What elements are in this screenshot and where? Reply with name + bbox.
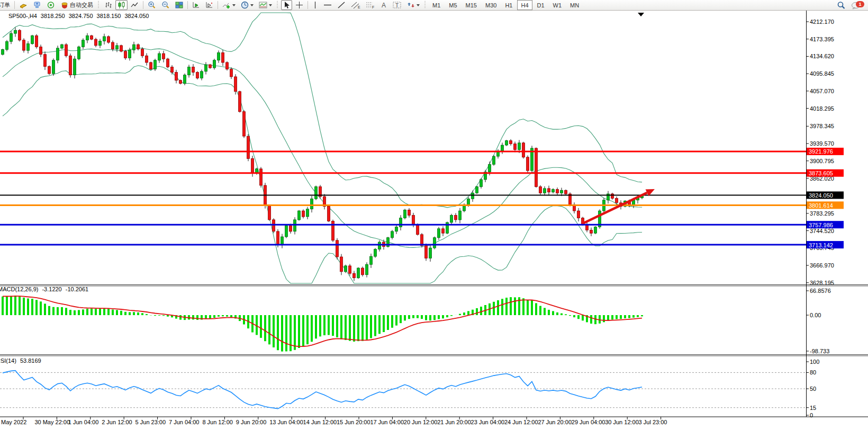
candle-body: [565, 190, 567, 194]
signals-button[interactable]: [44, 0, 57, 10]
drag-handle[interactable]: [424, 1, 427, 9]
price-tick-label: 3666.970: [810, 262, 834, 269]
periods-button[interactable]: [239, 0, 256, 10]
indicators-button[interactable]: [220, 0, 238, 10]
horizontal-line-button[interactable]: [321, 0, 334, 10]
timeframe-group: M1M5M15M30H1H4D1W1MN: [428, 0, 583, 10]
candle-body: [472, 193, 474, 199]
templates-button[interactable]: [257, 0, 274, 10]
cursor-button[interactable]: [281, 0, 292, 10]
candle-body: [150, 62, 152, 69]
candle-body: [353, 273, 356, 278]
candle-body: [201, 72, 203, 78]
drag-handle[interactable]: [97, 1, 100, 9]
candle-body: [222, 52, 224, 62]
search-button[interactable]: [835, 0, 848, 10]
zoom-out-button[interactable]: [159, 0, 172, 10]
candle-body: [234, 77, 237, 92]
time-axis-label: 13 Jun 04:00: [269, 419, 303, 425]
new-order-button[interactable]: [17, 0, 30, 10]
price-tick-label: 4018.295: [810, 105, 834, 112]
drag-handle[interactable]: [276, 1, 279, 9]
timeframe-button-H1[interactable]: H1: [501, 0, 516, 10]
candle-body: [146, 56, 148, 62]
candle-body: [285, 226, 288, 237]
time-axis-label: 17 Jun 04:00: [370, 419, 404, 425]
zoom-in-icon: [148, 1, 156, 9]
tile-windows-button[interactable]: [173, 0, 185, 10]
candle-body: [433, 238, 436, 248]
timeframe-button-M5[interactable]: M5: [445, 0, 460, 10]
clock-icon: [241, 1, 249, 9]
timeframe-button-D1[interactable]: D1: [534, 0, 548, 10]
price-line-label: 3713.142: [809, 242, 833, 248]
price-line-label: 3757.986: [809, 222, 833, 228]
symbol-period-label: SP500-,H4: [8, 13, 37, 19]
orders-button[interactable]: 订单: [0, 0, 12, 10]
candle-body: [556, 190, 559, 193]
candle-body: [361, 268, 364, 275]
price-tick-label: 4212.170: [810, 19, 834, 25]
trendline-icon: [337, 1, 346, 9]
candle-body: [417, 224, 419, 234]
timeframe-button-M1[interactable]: M1: [429, 0, 444, 10]
separator: [143, 1, 143, 9]
text-label-button[interactable]: T: [391, 0, 404, 10]
candle-body: [230, 69, 233, 77]
price-tick-label: 4095.845: [810, 70, 834, 77]
candle-body: [459, 211, 462, 220]
candlestick-chart-button[interactable]: [115, 0, 128, 10]
crosshair-icon: [295, 1, 303, 9]
macd-axis-label: -98.733: [810, 348, 829, 354]
arrows-button[interactable]: [405, 0, 422, 10]
candle-body: [19, 30, 21, 40]
candle-body: [158, 53, 161, 60]
svg-text:E: E: [358, 5, 360, 9]
timeframe-button-MN[interactable]: MN: [566, 0, 583, 10]
candle-body: [412, 216, 415, 225]
candle-body: [577, 211, 580, 218]
candle-body: [247, 136, 250, 158]
candle-body: [425, 246, 428, 258]
candle-body: [209, 65, 212, 68]
autotrading-button[interactable]: 自动交易: [58, 0, 95, 10]
fibonacci-button[interactable]: F: [364, 0, 377, 10]
candle-body: [366, 264, 368, 274]
candle-body: [535, 148, 538, 187]
vertical-line-icon: [312, 1, 318, 9]
candle-body: [294, 220, 296, 231]
chart-canvas[interactable]: 4212.1704173.3954134.6204095.8454057.070…: [0, 0, 868, 429]
timeframe-button-M15[interactable]: M15: [462, 0, 481, 10]
chat-button[interactable]: 1: [849, 0, 866, 10]
candle-body: [378, 242, 381, 249]
separator: [14, 1, 15, 9]
zoom-in-button[interactable]: [146, 0, 158, 10]
community-button[interactable]: [31, 0, 43, 10]
timeframe-button-W1[interactable]: W1: [549, 0, 566, 10]
dropdown-arrow-icon: [269, 4, 272, 6]
orders-button-label: 订单: [0, 1, 10, 9]
timeframe-button-M30[interactable]: M30: [482, 0, 500, 10]
auto-scroll-button[interactable]: [190, 0, 202, 10]
trendline-button[interactable]: [335, 0, 348, 10]
candle-body: [480, 180, 483, 187]
candle-body: [493, 156, 495, 164]
candle-body: [357, 268, 360, 278]
timeframe-button-H4[interactable]: H4: [517, 0, 532, 10]
bar-chart-button[interactable]: [102, 0, 114, 10]
vertical-line-button[interactable]: [310, 0, 320, 10]
candle-body: [179, 81, 182, 84]
text-label-icon: T: [393, 1, 402, 9]
chart-shift-button[interactable]: [203, 0, 215, 10]
candle-body: [226, 62, 229, 69]
candle-body: [290, 226, 292, 231]
text-button[interactable]: A: [378, 0, 390, 10]
line-chart-button[interactable]: [129, 0, 141, 10]
separator: [187, 1, 188, 9]
crosshair-button[interactable]: [293, 0, 305, 10]
candle-body: [370, 256, 373, 264]
toolbar: 订单 自动交易: [0, 0, 868, 11]
price-tick-label: 4173.395: [810, 36, 834, 42]
equidistant-channel-button[interactable]: E: [349, 0, 363, 10]
rsi-name: RSI(14): [0, 358, 16, 364]
